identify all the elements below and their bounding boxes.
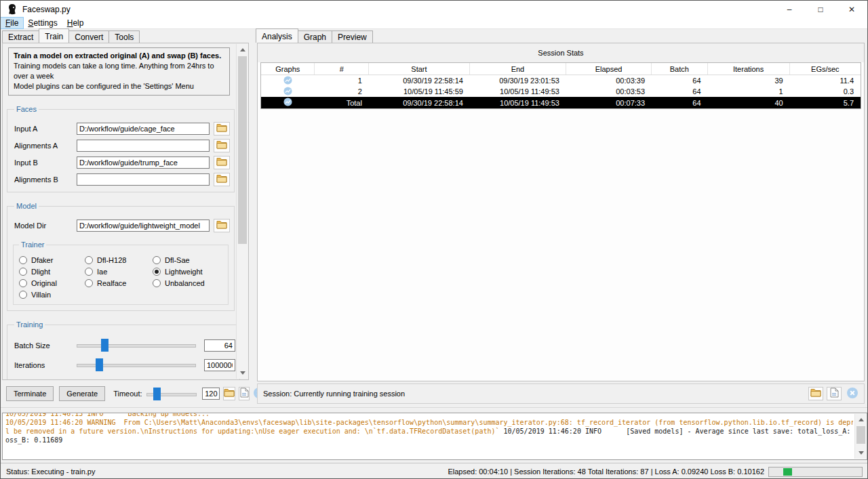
menu-file[interactable]: File	[1, 18, 23, 28]
browse-alignments-b-button[interactable]	[214, 173, 230, 186]
tab-preview[interactable]: Preview	[332, 30, 373, 43]
scroll-down-icon[interactable]	[855, 447, 867, 459]
radio-label: Realface	[97, 279, 126, 287]
scroll-up-icon[interactable]	[237, 44, 248, 56]
tab-convert[interactable]: Convert	[68, 30, 109, 43]
timeout-slider-thumb[interactable]	[153, 388, 161, 400]
table-row[interactable]: 109/30/19 22:58:1409/30/19 23:01:5300:03…	[261, 75, 861, 86]
left-scrollbar[interactable]	[236, 44, 248, 379]
info-line-2: Training models can take a long time. An…	[14, 61, 224, 81]
trainer-option-villain[interactable]: Villain	[19, 289, 85, 300]
close-button[interactable]: ✕	[836, 1, 867, 18]
batch-size-row: Batch Size	[12, 335, 235, 355]
alignments-b-input[interactable]	[77, 173, 210, 186]
timeout-slider[interactable]	[146, 388, 197, 400]
training-progress-bar	[768, 467, 863, 477]
input-a-input[interactable]	[77, 123, 210, 135]
checkbox-row: No LogsWarp To LandmarksNo Flip	[12, 377, 235, 380]
terminate-button[interactable]: Terminate	[6, 386, 54, 401]
scrollbar-thumb[interactable]	[856, 426, 865, 444]
graph-icon[interactable]	[283, 76, 292, 86]
browse-model-dir-button[interactable]	[214, 219, 230, 232]
cell: 10/05/19 11:45:59	[369, 87, 470, 96]
checkbox-icon	[98, 379, 106, 380]
main-tab-bar: ExtractTrainConvertTools	[2, 29, 139, 43]
load-session-button[interactable]	[808, 387, 823, 400]
checkbox-warp-to-landmarks[interactable]: Warp To Landmarks	[98, 379, 184, 380]
tab-train[interactable]: Train	[39, 28, 69, 43]
menu-help[interactable]: Help	[62, 18, 89, 28]
radio-icon	[19, 291, 27, 299]
pane-divider[interactable]	[1, 407, 867, 408]
browse-input-a-button[interactable]	[214, 122, 230, 136]
train-info-box: Train a model on extracted original (A) …	[8, 47, 230, 96]
graph-icon[interactable]	[283, 98, 292, 108]
batch-size-value[interactable]	[204, 339, 235, 352]
scroll-down-icon[interactable]	[237, 367, 248, 379]
radio-icon	[85, 268, 93, 276]
radio-label: Dfaker	[31, 256, 53, 264]
maximize-button[interactable]: □	[805, 1, 836, 18]
table-row[interactable]: 210/05/19 11:45:5910/05/19 11:49:5300:03…	[261, 86, 861, 97]
folder-icon	[216, 140, 227, 151]
generate-button[interactable]: Generate	[59, 386, 105, 401]
radio-label: Unbalanced	[165, 279, 205, 287]
browse-input-b-button[interactable]	[214, 156, 230, 169]
save-icon	[829, 388, 839, 400]
column-header-end: End	[470, 63, 566, 75]
radio-icon	[85, 279, 93, 287]
console-scrollbar[interactable]	[854, 414, 866, 459]
graphs-cell	[261, 87, 315, 97]
save-config-button[interactable]	[239, 387, 250, 400]
checkbox-no-logs[interactable]: No Logs	[14, 379, 98, 380]
tab-tools[interactable]: Tools	[108, 30, 140, 43]
minimize-button[interactable]: –	[774, 1, 805, 18]
folder-icon	[216, 123, 227, 134]
alignments-a-input[interactable]	[77, 140, 210, 152]
save-session-button[interactable]	[827, 387, 842, 400]
iterations-value[interactable]	[204, 359, 235, 371]
input-b-input[interactable]	[77, 157, 210, 169]
load-config-button[interactable]	[223, 387, 235, 400]
cell: 64	[652, 77, 707, 85]
slider-thumb[interactable]	[101, 339, 108, 352]
trainer-option-original[interactable]: Original	[19, 277, 85, 289]
table-row[interactable]: Total09/30/19 22:58:1410/05/19 11:49:530…	[261, 97, 861, 108]
checkbox-no-flip[interactable]: No Flip	[184, 379, 220, 380]
trainer-option-dlight[interactable]: Dlight	[19, 266, 85, 277]
cell: 00:03:39	[566, 77, 652, 85]
clear-session-button[interactable]	[845, 387, 860, 400]
training-group: Training Batch SizeIterations No LogsWar…	[7, 320, 240, 380]
tab-analysis[interactable]: Analysis	[256, 28, 298, 43]
trainer-option-iae[interactable]: Iae	[85, 266, 153, 277]
model-dir-input[interactable]	[77, 220, 210, 232]
trainer-option-dfl-sae[interactable]: Dfl-Sae	[153, 254, 205, 266]
iterations-slider[interactable]	[77, 358, 196, 371]
radio-icon	[153, 268, 161, 276]
training-metrics-text: Elapsed: 00:04:10 | Session Iterations: …	[448, 467, 764, 476]
radio-icon	[19, 279, 27, 287]
tab-extract[interactable]: Extract	[2, 30, 39, 43]
scroll-up-icon[interactable]	[855, 414, 867, 425]
menu-settings[interactable]: Settings	[23, 18, 62, 28]
graph-icon[interactable]	[283, 87, 292, 97]
analysis-pane: Session Stats Graphs#StartEndElapsedBatc…	[257, 43, 865, 381]
trainer-option-unbalanced[interactable]: Unbalanced	[153, 277, 205, 289]
radio-icon	[19, 268, 27, 276]
tab-graph[interactable]: Graph	[298, 30, 332, 43]
console-line: 10/05/2019 11:46:20 WARNING From C:\User…	[5, 418, 853, 427]
trainer-option-dfaker[interactable]: Dfaker	[19, 254, 85, 266]
batch-size-slider[interactable]	[77, 339, 196, 352]
graphs-cell	[261, 76, 315, 86]
cell: 64	[652, 99, 707, 107]
trainer-option-lightweight[interactable]: Lightweight	[153, 266, 205, 277]
slider-thumb[interactable]	[96, 358, 103, 371]
timeout-value[interactable]	[202, 388, 220, 400]
browse-alignments-a-button[interactable]	[214, 139, 230, 152]
left-column: ExtractTrainConvertTools Train a model o…	[1, 29, 253, 404]
cell: 1	[708, 87, 790, 96]
scrollbar-thumb[interactable]	[238, 56, 247, 244]
trainer-option-dfl-h128[interactable]: Dfl-H128	[85, 254, 153, 266]
field-row-alignments-b: Alignments B	[12, 171, 230, 188]
trainer-option-realface[interactable]: Realface	[85, 277, 153, 289]
